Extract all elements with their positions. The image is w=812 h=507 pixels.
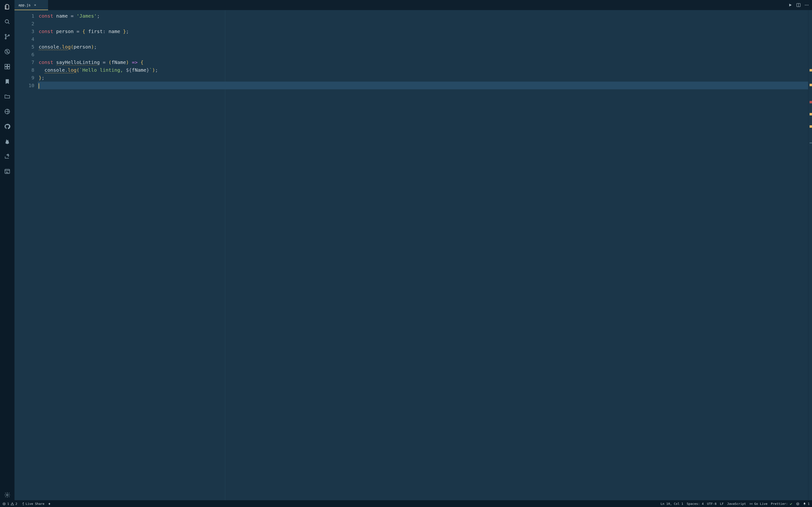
activity-folder[interactable] (2, 91, 12, 102)
extensions-icon (4, 63, 10, 70)
activity-azure[interactable] (2, 106, 12, 117)
split-editor-icon[interactable] (796, 3, 801, 7)
warning-icon (11, 502, 14, 506)
status-encoding[interactable]: UTF-8 (707, 502, 717, 506)
language-label: JavaScript (727, 502, 746, 506)
code-content[interactable]: const name = 'James';const person = { fi… (38, 10, 808, 500)
line-number: 7 (14, 58, 34, 66)
overview-marker[interactable] (810, 84, 812, 86)
azure-icon (4, 108, 10, 115)
svg-point-14 (806, 5, 807, 5)
browser-icon (4, 168, 10, 175)
line-number: 6 (14, 51, 34, 58)
golive-label: Go Live (754, 502, 767, 506)
code-line[interactable] (38, 35, 808, 43)
svg-rect-6 (7, 64, 10, 66)
tab-label: app.js (18, 3, 31, 7)
activity-scm[interactable] (2, 32, 12, 42)
line-number: 9 (14, 74, 34, 81)
check-icon (789, 502, 793, 506)
status-eol[interactable]: LF (720, 502, 724, 506)
bookmark-icon (4, 78, 10, 85)
firebase-icon (4, 138, 10, 145)
indent-label: Spaces: 4 (687, 502, 704, 506)
activity-firebase[interactable] (2, 136, 12, 147)
line-number: 8 (14, 66, 34, 74)
text-cursor (39, 83, 39, 89)
tab-app-js[interactable]: app.js × (14, 0, 48, 10)
run-icon[interactable] (788, 3, 793, 7)
svg-rect-8 (7, 67, 10, 69)
more-icon[interactable] (804, 3, 809, 7)
code-line[interactable] (38, 81, 808, 89)
activity-debug[interactable] (2, 46, 12, 57)
status-right: Ln 10, Col 1 Spaces: 4 UTF-8 LF JavaScri… (660, 502, 810, 506)
folder-icon (4, 94, 10, 100)
nodebug-icon (4, 49, 10, 55)
cursor-position: Ln 10, Col 1 (660, 502, 683, 506)
overview-marker[interactable] (810, 101, 812, 103)
activity-github[interactable] (2, 121, 12, 132)
status-notifications[interactable]: 1 (803, 502, 810, 506)
overview-marker[interactable] (810, 69, 812, 71)
code-line[interactable]: }; (38, 74, 808, 81)
prettier-label: Prettier: (771, 502, 788, 506)
svg-rect-7 (5, 67, 7, 69)
line-number: 3 (14, 27, 34, 35)
status-golive[interactable]: Go Live (749, 502, 767, 506)
overview-marker[interactable] (810, 143, 812, 144)
error-icon (2, 502, 6, 506)
activity-extensions[interactable] (2, 61, 12, 72)
svg-point-1 (5, 34, 6, 36)
overview-marker[interactable] (810, 125, 812, 128)
files-icon (4, 4, 10, 10)
activity-bookmarks[interactable] (2, 76, 12, 87)
svg-rect-5 (5, 64, 7, 66)
activity-explorer[interactable] (2, 1, 12, 12)
line-number: 10 (14, 81, 34, 89)
status-cursor[interactable]: Ln 10, Col 1 (660, 502, 683, 506)
svg-point-18 (797, 502, 799, 505)
activity-preview[interactable] (2, 166, 12, 177)
liveshare-label: Live Share (26, 502, 45, 506)
line-number: 4 (14, 35, 34, 43)
line-number: 1 (14, 12, 34, 20)
code-line[interactable] (38, 20, 808, 27)
svg-point-2 (5, 38, 6, 39)
status-language[interactable]: JavaScript (727, 502, 746, 506)
activity-search[interactable] (2, 16, 12, 27)
broadcast-icon (749, 502, 753, 506)
overview-marker[interactable] (810, 113, 812, 115)
bell-icon (803, 502, 806, 506)
status-prettier[interactable]: Prettier: (771, 502, 793, 506)
liveshare-icon (21, 502, 24, 506)
code-line[interactable]: console.log(`Hello linting, ${fName}`); (38, 66, 808, 74)
svg-point-11 (6, 494, 8, 496)
status-feedback[interactable] (796, 502, 800, 506)
status-indent[interactable]: Spaces: 4 (687, 502, 704, 506)
status-liveshare[interactable]: Live Share (21, 502, 45, 506)
line-number-gutter: 12345678910 (14, 10, 38, 500)
code-line[interactable]: const name = 'James'; (38, 12, 808, 20)
close-icon[interactable]: × (34, 3, 37, 7)
notification-count: 1 (808, 502, 810, 506)
code-line[interactable] (38, 51, 808, 58)
activity-settings[interactable] (2, 490, 12, 500)
code-line[interactable]: const sayHelloLinting = (fName) => { (38, 58, 808, 66)
status-problems[interactable]: 1 2 (2, 502, 17, 506)
eol-label: LF (720, 502, 724, 506)
code-editor[interactable]: 12345678910 const name = 'James';const p… (14, 10, 812, 500)
search-icon (4, 18, 10, 25)
code-line[interactable]: console.log(person); (38, 43, 808, 51)
svg-point-13 (805, 5, 806, 5)
status-quickaction[interactable] (48, 502, 51, 506)
svg-point-17 (751, 503, 751, 504)
app-window: app.js × 1234567891 (0, 0, 812, 507)
branch-icon (4, 34, 10, 40)
line-number: 2 (14, 20, 34, 27)
editor-actions (785, 0, 812, 10)
code-line[interactable]: const person = { first: name }; (38, 27, 808, 35)
tab-bar: app.js × (14, 0, 812, 10)
activity-liveshare[interactable] (2, 151, 12, 162)
overview-ruler[interactable] (808, 10, 812, 500)
